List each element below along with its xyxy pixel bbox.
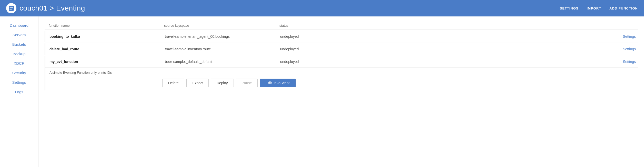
export-button[interactable]: Export xyxy=(186,79,208,87)
function-row-header: delete_bad_route travel-sample.inventory… xyxy=(45,43,638,55)
pause-button[interactable]: Pause xyxy=(236,79,258,87)
import-nav-button[interactable]: IMPORT xyxy=(587,6,601,10)
deploy-button[interactable]: Deploy xyxy=(211,79,234,87)
page-title: couch01 > Eventing xyxy=(19,4,85,12)
sidebar-item-dashboard[interactable]: Dashboard xyxy=(0,21,38,30)
function-name: delete_bad_route xyxy=(49,47,165,51)
function-expanded-panel: A simple Eventing Function only prints I… xyxy=(45,68,638,90)
function-row-delete-bad-route: delete_bad_route travel-sample.inventory… xyxy=(45,43,638,55)
app-header: couch01 > Eventing SETTINGS IMPORT ADD F… xyxy=(0,0,644,16)
function-row-header: booking_to_kafka travel-sample.tenant_ag… xyxy=(45,31,638,42)
function-status: undeployed xyxy=(280,47,331,51)
main-content: function name source keyspace status boo… xyxy=(38,16,644,167)
function-status: undeployed xyxy=(280,34,331,39)
logo xyxy=(6,3,16,13)
col-source-keyspace: source keyspace xyxy=(164,24,279,27)
main-layout: Dashboard Servers Buckets Backup XDCR Se… xyxy=(0,16,644,167)
function-name: booking_to_kafka xyxy=(49,34,165,39)
function-settings-link[interactable]: Settings xyxy=(331,47,638,51)
svg-rect-2 xyxy=(9,9,12,10)
function-settings-link[interactable]: Settings xyxy=(331,34,638,39)
delete-button[interactable]: Delete xyxy=(162,79,184,87)
function-status: undeployed xyxy=(280,60,331,64)
sidebar-item-backup[interactable]: Backup xyxy=(0,49,38,59)
col-status: status xyxy=(279,24,331,27)
function-row-header: my_evt_function beer-sample._default._de… xyxy=(45,56,638,68)
function-name: my_evt_function xyxy=(49,60,165,64)
function-keyspace: travel-sample.inventory.route xyxy=(165,47,280,51)
table-header: function name source keyspace status xyxy=(45,22,638,30)
sidebar-item-security[interactable]: Security xyxy=(0,68,38,78)
svg-rect-1 xyxy=(9,7,13,8)
function-keyspace: beer-sample._default._default xyxy=(165,60,280,64)
function-settings-link[interactable]: Settings xyxy=(331,60,638,64)
sidebar-item-buckets[interactable]: Buckets xyxy=(0,40,38,49)
add-function-nav-button[interactable]: ADD FUNCTION xyxy=(609,6,638,10)
settings-nav-button[interactable]: SETTINGS xyxy=(560,6,578,10)
function-keyspace: travel-sample.tenant_agent_00.bookings xyxy=(165,34,280,39)
header-left: couch01 > Eventing xyxy=(6,3,85,13)
sidebar-item-xdcr[interactable]: XDCR xyxy=(0,59,38,68)
function-row-booking-to-kafka: booking_to_kafka travel-sample.tenant_ag… xyxy=(45,31,638,42)
sidebar-item-servers[interactable]: Servers xyxy=(0,30,38,40)
edit-javascript-button[interactable]: Edit JavaScript xyxy=(260,79,295,87)
function-actions: Delete Export Deploy Pause Edit JavaScri… xyxy=(162,79,634,87)
header-nav: SETTINGS IMPORT ADD FUNCTION xyxy=(560,6,638,10)
sidebar-item-settings[interactable]: Settings xyxy=(0,78,38,87)
function-description: A simple Eventing Function only prints I… xyxy=(49,71,634,75)
sidebar: Dashboard Servers Buckets Backup XDCR Se… xyxy=(0,16,38,167)
sidebar-item-logs[interactable]: Logs xyxy=(0,87,38,97)
col-function-name: function name xyxy=(49,24,164,27)
function-row-my-evt-function: my_evt_function beer-sample._default._de… xyxy=(45,56,638,90)
